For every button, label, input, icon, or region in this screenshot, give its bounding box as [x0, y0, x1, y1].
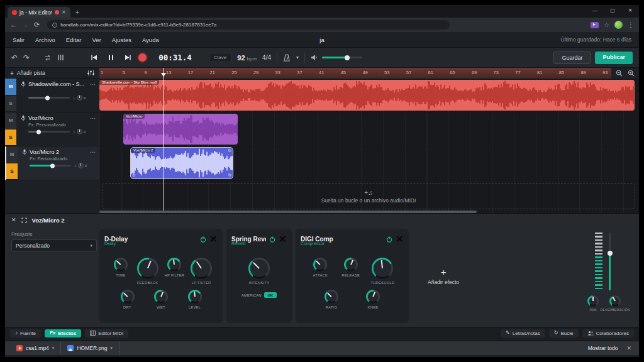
reverb-mode-toggle[interactable]: AMERICAN UK [231, 292, 287, 298]
lp-filter-knob[interactable] [191, 258, 212, 279]
track-menu-icon[interactable]: ⋯ [90, 81, 96, 87]
mute-button[interactable]: M [6, 146, 18, 163]
save-button[interactable]: Guardar [553, 52, 591, 64]
browser-tab[interactable]: ja - Mix Editor ✕ [8, 7, 70, 18]
volume-slider[interactable] [322, 57, 362, 58]
bookmark-star-icon[interactable]: ☆ [604, 21, 609, 28]
time-knob[interactable] [114, 258, 128, 272]
track-header-shadowville[interactable]: M S Shadowville.com - S... ⋯ LR [5, 79, 99, 112]
window-minimize-icon[interactable]: — [586, 5, 604, 18]
undo-icon[interactable]: ↶ [11, 54, 18, 62]
track-header-voz-micro[interactable]: M S Voz/Micro ⋯ Fx: Personalizado LR [5, 112, 99, 146]
loop-handle-icon[interactable]: ↻ [228, 173, 231, 178]
playhead[interactable] [164, 68, 164, 211]
solo-button[interactable]: S [6, 163, 18, 180]
track-volume-slider[interactable] [28, 131, 70, 133]
ratio-knob[interactable] [325, 290, 338, 304]
release-knob[interactable] [344, 258, 358, 272]
add-track-button[interactable]: + Añadir pista [5, 68, 99, 79]
audio-region-voz-micro-2[interactable]: Voz/Micro 2 ↻ ↻ ↻ [131, 148, 233, 178]
media-extension-icon[interactable] [591, 22, 599, 28]
panel-expand-icon[interactable] [21, 217, 27, 223]
download-item-csa1[interactable]: csa1.mp4 ▾ [10, 341, 61, 355]
power-icon[interactable] [386, 236, 392, 243]
menu-ver[interactable]: Ver [92, 36, 101, 43]
track-volume-slider[interactable] [30, 165, 71, 167]
loop-button[interactable]: ↻ Bucle [549, 329, 579, 337]
add-effect-button[interactable]: + Añadir efecto [428, 267, 459, 285]
pause-icon[interactable] [104, 52, 117, 64]
pan-knob[interactable]: LR [75, 163, 87, 168]
redo-icon[interactable]: ↷ [23, 54, 30, 62]
remove-fx-icon[interactable]: ✕ [209, 233, 218, 245]
show-all-downloads-button[interactable]: Mostrar todo [588, 345, 618, 351]
record-button[interactable] [138, 53, 147, 62]
track-header-voz-micro-2[interactable]: M S Voz/Micro 2 ⋯ Fx: Personalizado LR [5, 146, 99, 180]
browser-menu-icon[interactable]: ⋮ [628, 21, 634, 28]
back-icon[interactable]: ← [10, 21, 17, 28]
zoom-in-icon[interactable] [628, 70, 635, 77]
snap-grid-icon[interactable] [57, 54, 64, 61]
metronome-icon[interactable] [283, 54, 291, 62]
audio-region-shadowville[interactable]: Shadowville.com - Sky Blue.mp3 [99, 80, 635, 111]
menu-ajustes[interactable]: Ajustes [112, 36, 131, 43]
pan-knob[interactable] [587, 295, 599, 307]
forward-icon[interactable]: → [22, 21, 29, 28]
toggle-on-option[interactable]: UK [264, 292, 277, 298]
mixer-view-icon[interactable] [87, 70, 94, 76]
track-menu-icon[interactable]: ⋯ [90, 115, 96, 121]
site-info-icon[interactable]: i [52, 23, 57, 28]
menu-editar[interactable]: Editar [66, 36, 82, 43]
level-knob[interactable] [188, 290, 202, 304]
threshold-knob[interactable] [372, 258, 393, 279]
track-volume-slider[interactable] [28, 97, 70, 99]
mute-button[interactable]: M [5, 79, 16, 96]
wet-knob[interactable] [154, 290, 168, 304]
publish-button[interactable]: Publicar [595, 52, 633, 64]
dropzone[interactable]: +♫ Suelta un bucle o un archivo audio/MI… [102, 183, 635, 209]
solo-button[interactable]: S [5, 96, 16, 112]
zoom-out-icon[interactable] [616, 70, 623, 77]
collaborators-button[interactable]: Colaboradores [582, 329, 634, 337]
time-signature[interactable]: 4/4 [262, 54, 271, 61]
dry-knob[interactable] [121, 290, 135, 304]
preset-select[interactable]: Personalizado ▾ [11, 239, 97, 251]
new-tab-button[interactable]: + [75, 7, 79, 18]
timeline-ruler[interactable]: 1591317212529333741454953576165697377818… [99, 68, 639, 79]
attack-knob[interactable] [313, 258, 327, 272]
panel-close-icon[interactable]: ✕ [11, 217, 16, 223]
loop-handle-icon[interactable]: ↻ [132, 173, 136, 178]
channel-fader[interactable] [609, 233, 611, 290]
profile-avatar[interactable] [614, 21, 623, 29]
tab-fuente[interactable]: ♪ Fuente [10, 329, 41, 337]
track-menu-icon[interactable]: ⋯ [90, 149, 96, 155]
lyrics-notes-button[interactable]: ✎ Letras/notas [501, 329, 545, 337]
intensity-knob[interactable] [248, 258, 270, 279]
window-close-icon[interactable]: ✕ [621, 5, 639, 18]
pan-knob[interactable]: LR [74, 95, 86, 101]
reverb-send-knob[interactable] [609, 295, 621, 307]
chevron-down-icon[interactable]: ▾ [52, 346, 55, 351]
menu-salir[interactable]: Salir [13, 36, 25, 43]
knee-knob[interactable] [366, 290, 380, 304]
reload-icon[interactable]: ⟳ [34, 21, 40, 28]
toggle-off-option[interactable]: AMERICAN [242, 293, 262, 297]
window-maximize-icon[interactable]: ▢ [604, 5, 621, 18]
menu-archivo[interactable]: Archivo [35, 36, 55, 43]
feedback-knob[interactable] [137, 258, 158, 279]
metronome-chevron-icon[interactable]: ▾ [296, 55, 299, 60]
tab-editor-midi[interactable]: Editor MIDI [85, 329, 128, 337]
audio-region-voz-micro[interactable]: Voz/Micro [123, 114, 238, 145]
next-icon[interactable] [121, 52, 134, 64]
mute-button[interactable]: M [5, 112, 16, 129]
url-bar[interactable]: i bandlab.com/mix-editor?id=bf79339e-c1d… [47, 20, 450, 30]
loop-mode-icon[interactable] [44, 54, 52, 62]
remove-fx-icon[interactable]: ✕ [279, 233, 287, 245]
chevron-down-icon[interactable]: ▾ [111, 346, 113, 351]
downloads-close-icon[interactable]: ✕ [626, 345, 631, 351]
loop-handle-icon[interactable]: ↻ [228, 148, 231, 153]
pan-knob[interactable]: LR [74, 129, 86, 134]
solo-button[interactable]: S [5, 129, 16, 146]
tab-efectos[interactable]: Fx Efectos [45, 329, 81, 337]
tab-close-icon[interactable]: ✕ [62, 9, 66, 15]
